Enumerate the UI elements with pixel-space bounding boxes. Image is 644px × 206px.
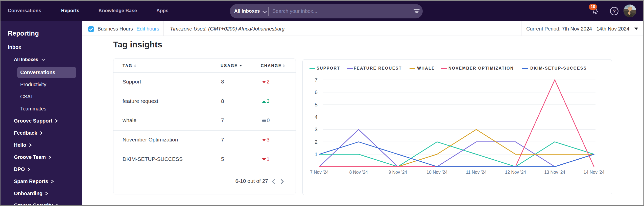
svg-text:6: 6	[315, 89, 318, 95]
svg-text:5: 5	[315, 102, 318, 107]
svg-text:7 Nov '24: 7 Nov '24	[310, 170, 329, 175]
svg-text:10 Nov '24: 10 Nov '24	[426, 170, 447, 175]
svg-text:?: ?	[613, 8, 616, 14]
svg-text:4: 4	[315, 114, 318, 120]
svg-text:9 Nov '24: 9 Nov '24	[389, 170, 407, 175]
svg-text:8 Nov '24: 8 Nov '24	[349, 170, 368, 175]
svg-text:2: 2	[315, 139, 318, 145]
svg-text:14 Nov '24: 14 Nov '24	[583, 170, 604, 175]
svg-text:13 Nov '24: 13 Nov '24	[544, 170, 565, 175]
svg-text:1: 1	[315, 151, 318, 157]
svg-text:7: 7	[315, 77, 318, 83]
svg-text:11 Nov '24: 11 Nov '24	[466, 170, 487, 175]
svg-text:12 Nov '24: 12 Nov '24	[505, 170, 526, 175]
svg-text:3: 3	[315, 126, 318, 132]
